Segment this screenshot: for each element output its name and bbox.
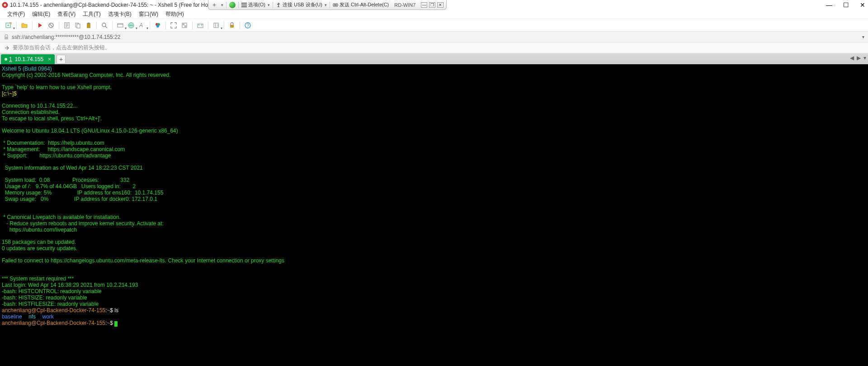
svg-rect-20 xyxy=(198,24,203,28)
vm-power-button[interactable] xyxy=(229,2,236,8)
tab-close-button[interactable]: × xyxy=(48,56,51,62)
term-prompt: [c:\~]$ xyxy=(2,90,18,97)
vm-options-menu[interactable]: 选项(O)▾ xyxy=(241,1,270,8)
term-line: * Canonical Livepatch is available for i… xyxy=(2,214,121,220)
address-dropdown-icon[interactable]: ▾ xyxy=(862,34,864,39)
encoding-button[interactable]: ▾ xyxy=(126,20,136,30)
tab-scroll-right-button[interactable]: ▶ xyxy=(857,55,861,61)
term-line: * Management: https://landscape.canonica… xyxy=(2,146,125,152)
tab-session-1[interactable]: 1 10.1.74.155 × xyxy=(1,54,55,64)
copy-button[interactable] xyxy=(73,20,83,30)
svg-rect-18 xyxy=(182,23,184,25)
toolbar: ▾ ▾ ▾ A▾ ▾ ? xyxy=(0,19,868,32)
vm-usb-label: 连接 USB 设备(U) xyxy=(283,1,322,8)
menu-help[interactable]: 帮助(H) xyxy=(163,10,187,19)
menu-file[interactable]: 文件(F) xyxy=(5,10,28,19)
svg-rect-9 xyxy=(88,23,90,24)
disconnect-button[interactable] xyxy=(46,20,56,30)
help-button[interactable]: ? xyxy=(243,20,253,30)
menu-tabs[interactable]: 选项卡(B) xyxy=(105,10,134,19)
terminal-cursor xyxy=(114,321,118,327)
vm-minimize-button[interactable]: — xyxy=(421,2,427,8)
address-text[interactable]: ssh://anchenliang:***********@10.1.74.15… xyxy=(12,34,859,40)
svg-rect-22 xyxy=(230,25,234,28)
term-prompt-user: anchenliang@Cpl-Backend-Docker-74-155 xyxy=(2,307,105,314)
pin-dropdown-icon[interactable]: ▾ xyxy=(221,3,223,7)
vm-usb-menu[interactable]: 连接 USB 设备(U)▾ xyxy=(276,1,327,8)
term-ls-dir: work xyxy=(42,314,54,320)
svg-rect-11 xyxy=(118,24,123,27)
term-line: Welcome to Ubuntu 18.04.1 LTS (GNU/Linux… xyxy=(2,128,178,134)
svg-rect-19 xyxy=(184,25,187,28)
svg-text:A: A xyxy=(139,22,143,29)
term-line: Memory usage: 5% IP address for ens160: … xyxy=(2,190,163,196)
menu-tools[interactable]: 工具(T) xyxy=(80,10,103,19)
term-prompt-user: anchenliang@Cpl-Backend-Docker-74-155 xyxy=(2,320,105,326)
menu-edit[interactable]: 编辑(E) xyxy=(29,10,53,19)
script-button[interactable]: ▾ xyxy=(211,20,221,30)
add-session-button[interactable] xyxy=(4,45,10,51)
new-tab-button[interactable]: + xyxy=(57,55,66,64)
term-line: -bash: HISTFILESIZE: readonly variable xyxy=(2,301,99,307)
window-minimize-button[interactable]: — xyxy=(826,1,832,9)
fullscreen-button[interactable] xyxy=(169,20,179,30)
properties-button[interactable] xyxy=(62,20,72,30)
vm-send-cad-button[interactable]: 发送 Ctrl-Alt-Delete(C) xyxy=(333,1,389,8)
open-button[interactable] xyxy=(19,20,29,30)
keyboard-icon xyxy=(333,2,338,8)
term-line: * Support: https://ubuntu.com/advantage xyxy=(2,152,111,159)
svg-rect-7 xyxy=(77,24,80,28)
lock-button[interactable] xyxy=(227,20,237,30)
pin-icon[interactable] xyxy=(211,2,217,8)
reconnect-button[interactable] xyxy=(35,20,45,30)
menu-view[interactable]: 查看(V) xyxy=(55,10,78,19)
term-line: -bash: HISTSIZE: readonly variable xyxy=(2,295,87,301)
svg-text:?: ? xyxy=(247,23,250,28)
menu-window[interactable]: 窗口(W) xyxy=(136,10,161,19)
term-line: Connecting to 10.1.74.155:22... xyxy=(2,103,77,109)
terminal[interactable]: Xshell 5 (Build 0964) Copyright (c) 2002… xyxy=(0,64,868,366)
vm-restore-button[interactable]: ❐ xyxy=(429,2,435,8)
term-line: Type `help' to learn how to use Xshell p… xyxy=(2,84,112,90)
tab-status-icon xyxy=(5,58,7,61)
color-scheme-button[interactable] xyxy=(153,20,163,30)
find-button[interactable] xyxy=(99,20,109,30)
term-line: Connection established. xyxy=(2,109,60,115)
term-line: Failed to connect to https://changelogs.… xyxy=(2,257,284,264)
term-line: System information as of Wed Apr 14 18:2… xyxy=(2,165,143,171)
hint-text: 要添加当前会话，点击左侧的箭头按钮。 xyxy=(13,44,110,52)
new-session-button[interactable]: ▾ xyxy=(4,20,14,30)
term-prompt-dollar: $ xyxy=(110,320,114,326)
window-title: 10.1.74.155 - anchenliang@Cpl-Backend-Do… xyxy=(10,2,236,8)
vm-options-label: 选项(O) xyxy=(248,1,265,8)
svg-rect-25 xyxy=(5,37,8,39)
font-button[interactable]: A▾ xyxy=(137,20,147,30)
hamburger-icon xyxy=(241,3,247,7)
tab-scroll-left-button[interactable]: ◀ xyxy=(850,55,854,61)
xftp-button[interactable] xyxy=(195,20,205,30)
svg-rect-2 xyxy=(334,5,337,5)
window-maximize-button[interactable]: ☐ xyxy=(843,1,849,9)
vm-name-label: RD-WIN7 xyxy=(392,2,418,8)
term-prompt-dollar: $ xyxy=(110,307,114,314)
vm-toolbar: ▾ 选项(O)▾ 连接 USB 设备(U)▾ 发送 Ctrl-Alt-Delet… xyxy=(208,0,447,10)
term-line: Copyright (c) 2002-2016 NetSarang Comput… xyxy=(2,72,171,78)
term-ls-dir: nfs xyxy=(28,314,36,320)
tab-strip: 1 10.1.74.155 × + ◀ ▶ ▾ xyxy=(0,53,868,64)
term-line: Swap usage: 0% IP address for docker0: 1… xyxy=(2,196,157,202)
paste-button[interactable] xyxy=(84,20,94,30)
term-line: To escape to local shell, press 'Ctrl+Al… xyxy=(2,115,102,122)
window-close-button[interactable]: ✕ xyxy=(860,1,865,9)
svg-point-16 xyxy=(156,25,159,28)
term-line: *** System restart required *** xyxy=(2,276,74,282)
vm-send-cad-label: 发送 Ctrl-Alt-Delete(C) xyxy=(340,1,389,8)
term-line: -bash: HISTCONTROL: readonly variable xyxy=(2,288,102,295)
term-line: Usage of /: 9.7% of 44.04GB Users logged… xyxy=(2,183,136,190)
term-line: * Documentation: https://help.ubuntu.com xyxy=(2,140,104,146)
transparent-button[interactable] xyxy=(179,20,189,30)
tab-list-button[interactable]: ▾ xyxy=(863,55,866,61)
zoom-button[interactable]: ▾ xyxy=(115,20,125,30)
term-line: Xshell 5 (Build 0964) xyxy=(2,66,52,72)
usb-icon xyxy=(276,2,281,8)
vm-close-button[interactable]: ✕ xyxy=(437,2,443,8)
